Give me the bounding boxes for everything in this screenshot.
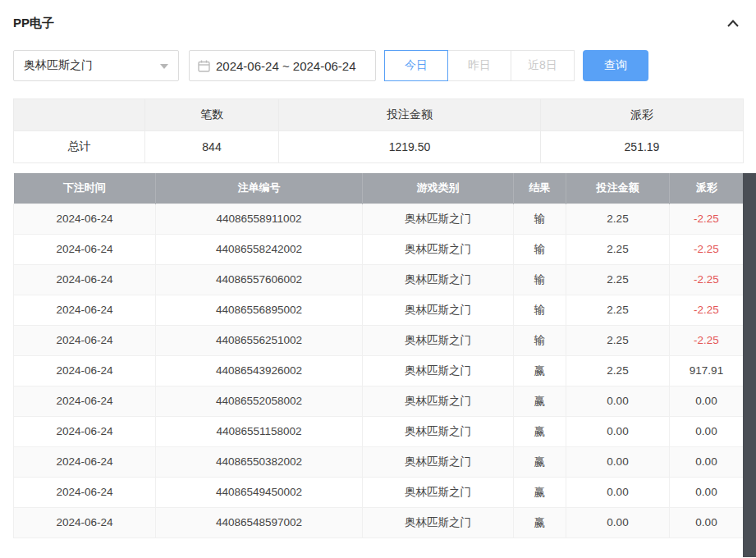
date-range-value: 2024-06-24 ~ 2024-06-24 <box>216 59 356 73</box>
cell-payout: 0.00 <box>670 477 744 507</box>
quick-button-today[interactable]: 今日 <box>384 50 448 81</box>
cell-order-no: 44086552058002 <box>156 386 363 416</box>
cell-time: 2024-06-24 <box>14 355 156 386</box>
cell-bet: 2.25 <box>566 355 670 386</box>
cell-order-no: 44086556251002 <box>156 325 363 355</box>
table-row: 2024-06-2444086548597002奥林匹斯之门赢0.000.00 <box>14 507 744 537</box>
cell-result: 输 <box>514 295 566 325</box>
cell-game: 奥林匹斯之门 <box>363 204 514 234</box>
cell-game: 奥林匹斯之门 <box>363 386 514 416</box>
cell-bet: 0.00 <box>566 386 670 416</box>
table-row: 2024-06-2444086552058002奥林匹斯之门赢0.000.00 <box>14 386 744 416</box>
cell-bet: 2.25 <box>566 295 670 325</box>
cell-game: 奥林匹斯之门 <box>363 264 514 295</box>
summary-header-count: 笔数 <box>145 99 279 131</box>
search-button[interactable]: 查询 <box>583 50 648 81</box>
cell-time: 2024-06-24 <box>14 325 156 355</box>
cell-payout: -2.25 <box>670 264 744 295</box>
summary-header-row: 笔数 投注金额 派彩 <box>14 99 744 131</box>
cell-game: 奥林匹斯之门 <box>363 477 514 507</box>
cell-bet: 0.00 <box>566 477 670 507</box>
game-select-value: 奥林匹斯之门 <box>24 58 93 73</box>
header-order-no: 注单编号 <box>156 173 363 204</box>
cell-game: 奥林匹斯之门 <box>363 507 514 537</box>
cell-payout: -2.25 <box>670 234 744 264</box>
cell-game: 奥林匹斯之门 <box>363 355 514 386</box>
cell-time: 2024-06-24 <box>14 477 156 507</box>
cell-bet: 2.25 <box>566 204 670 234</box>
cell-payout: 917.91 <box>670 355 744 386</box>
summary-total-bet-amount: 1219.50 <box>279 131 541 163</box>
panel-header: PP电子 <box>13 13 743 33</box>
table-row: 2024-06-2444086557606002奥林匹斯之门输2.25-2.25 <box>14 264 744 295</box>
cell-time: 2024-06-24 <box>14 295 156 325</box>
table-row: 2024-06-2444086550382002奥林匹斯之门赢0.000.00 <box>14 446 744 477</box>
table-row: 2024-06-2444086558242002奥林匹斯之门输2.25-2.25 <box>14 234 744 264</box>
cell-order-no: 44086558911002 <box>156 204 363 234</box>
cell-bet: 2.25 <box>566 234 670 264</box>
cell-time: 2024-06-24 <box>14 234 156 264</box>
header-payout: 派彩 <box>670 173 744 204</box>
cell-game: 奥林匹斯之门 <box>363 295 514 325</box>
cell-result: 赢 <box>514 446 566 477</box>
pp-electronic-panel: PP电子 奥林匹斯之门 2024-06-24 ~ 2024-06-24 <box>0 0 756 558</box>
cell-order-no: 44086548597002 <box>156 507 363 537</box>
cell-time: 2024-06-24 <box>14 204 156 234</box>
bet-table-body: 2024-06-2444086558911002奥林匹斯之门输2.25-2.25… <box>14 204 744 537</box>
summary-header-payout: 派彩 <box>541 99 744 131</box>
header-game-category: 游戏类别 <box>363 173 514 204</box>
quick-button-last8days[interactable]: 近8日 <box>511 50 575 81</box>
cell-payout: 0.00 <box>670 507 744 537</box>
summary-total-label: 总计 <box>14 131 145 163</box>
panel-title: PP电子 <box>13 16 54 31</box>
cell-order-no: 44086549450002 <box>156 477 363 507</box>
header-bet-time: 下注时间 <box>14 173 156 204</box>
cell-result: 赢 <box>514 386 566 416</box>
chevron-down-icon <box>160 64 168 69</box>
table-row: 2024-06-2444086543926002奥林匹斯之门赢2.25917.9… <box>14 355 744 386</box>
cell-bet: 0.00 <box>566 507 670 537</box>
summary-total-count: 844 <box>145 131 279 163</box>
calendar-icon <box>198 60 210 72</box>
filter-bar: 奥林匹斯之门 2024-06-24 ~ 2024-06-24 今日 昨日 近8日… <box>13 50 756 81</box>
vertical-scrollbar[interactable] <box>743 173 756 557</box>
cell-time: 2024-06-24 <box>14 264 156 295</box>
cell-payout: 0.00 <box>670 416 744 446</box>
cell-order-no: 44086550382002 <box>156 446 363 477</box>
cell-order-no: 44086558242002 <box>156 234 363 264</box>
summary-total-row: 总计 844 1219.50 251.19 <box>14 131 744 163</box>
table-row: 2024-06-2444086558911002奥林匹斯之门输2.25-2.25 <box>14 204 744 234</box>
cell-payout: -2.25 <box>670 295 744 325</box>
cell-result: 输 <box>514 325 566 355</box>
summary-header-blank <box>14 99 145 131</box>
cell-time: 2024-06-24 <box>14 416 156 446</box>
cell-result: 输 <box>514 234 566 264</box>
cell-game: 奥林匹斯之门 <box>363 234 514 264</box>
cell-result: 输 <box>514 204 566 234</box>
cell-game: 奥林匹斯之门 <box>363 325 514 355</box>
cell-bet: 0.00 <box>566 416 670 446</box>
cell-order-no: 44086543926002 <box>156 355 363 386</box>
date-range-picker[interactable]: 2024-06-24 ~ 2024-06-24 <box>189 50 376 81</box>
cell-time: 2024-06-24 <box>14 446 156 477</box>
summary-total-payout: 251.19 <box>541 131 744 163</box>
header-result: 结果 <box>514 173 566 204</box>
quick-button-yesterday[interactable]: 昨日 <box>447 50 511 81</box>
cell-payout: -2.25 <box>670 325 744 355</box>
cell-result: 赢 <box>514 477 566 507</box>
table-row: 2024-06-2444086551158002奥林匹斯之门赢0.000.00 <box>14 416 744 446</box>
summary-table: 笔数 投注金额 派彩 总计 844 1219.50 251.19 <box>13 98 744 163</box>
cell-time: 2024-06-24 <box>14 507 156 537</box>
bet-table-area: 下注时间 注单编号 游戏类别 结果 投注金额 派彩 2024-06-244408… <box>13 173 756 557</box>
header-bet-amount: 投注金额 <box>566 173 670 204</box>
cell-order-no: 44086551158002 <box>156 416 363 446</box>
game-select[interactable]: 奥林匹斯之门 <box>13 50 179 81</box>
cell-time: 2024-06-24 <box>14 386 156 416</box>
cell-order-no: 44086557606002 <box>156 264 363 295</box>
collapse-button[interactable] <box>723 13 743 33</box>
cell-bet: 2.25 <box>566 325 670 355</box>
quick-range-button-group: 今日 昨日 近8日 <box>384 50 575 81</box>
cell-payout: 0.00 <box>670 446 744 477</box>
cell-bet: 2.25 <box>566 264 670 295</box>
bet-table: 下注时间 注单编号 游戏类别 结果 投注金额 派彩 2024-06-244408… <box>13 173 744 538</box>
